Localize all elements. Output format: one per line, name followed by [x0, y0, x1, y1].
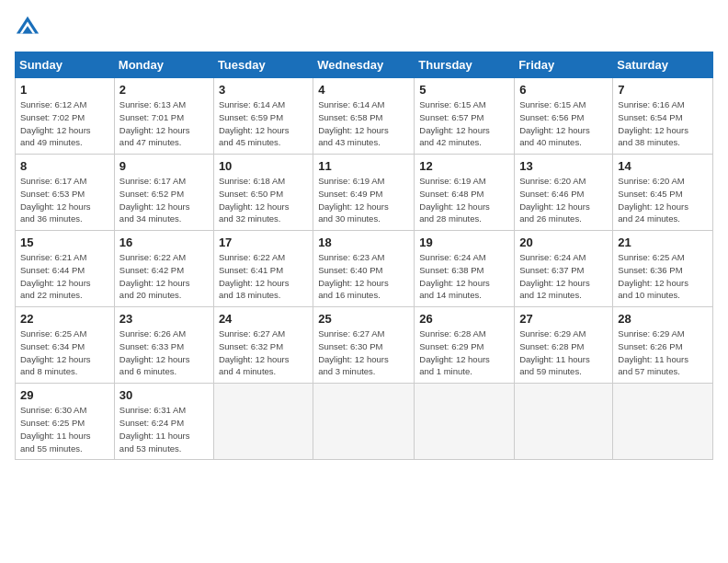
- day-info: Sunrise: 6:31 AMSunset: 6:24 PMDaylight:…: [119, 404, 209, 454]
- col-thursday: Thursday: [415, 52, 515, 78]
- calendar-day-cell: [313, 384, 415, 460]
- day-number: 4: [318, 83, 409, 97]
- day-info: Sunrise: 6:13 AMSunset: 7:01 PMDaylight:…: [119, 98, 209, 149]
- day-number: 12: [419, 159, 509, 173]
- col-tuesday: Tuesday: [213, 52, 313, 78]
- day-info: Sunrise: 6:17 AMSunset: 6:52 PMDaylight:…: [119, 175, 209, 225]
- calendar-week-row: 8Sunrise: 6:17 AMSunset: 6:53 PMDaylight…: [16, 155, 713, 231]
- page-header: [15, 15, 713, 40]
- day-number: 26: [419, 312, 509, 326]
- calendar-day-cell: 22Sunrise: 6:25 AMSunset: 6:34 PMDayligh…: [16, 307, 115, 384]
- day-info: Sunrise: 6:23 AMSunset: 6:40 PMDaylight:…: [318, 251, 409, 302]
- calendar-day-cell: 12Sunrise: 6:19 AMSunset: 6:48 PMDayligh…: [415, 155, 515, 231]
- col-monday: Monday: [114, 52, 213, 78]
- day-number: 16: [119, 236, 209, 249]
- day-number: 6: [519, 83, 608, 97]
- day-info: Sunrise: 6:21 AMSunset: 6:44 PMDaylight:…: [20, 251, 109, 302]
- day-info: Sunrise: 6:20 AMSunset: 6:46 PMDaylight:…: [519, 175, 608, 225]
- calendar-week-row: 22Sunrise: 6:25 AMSunset: 6:34 PMDayligh…: [16, 307, 713, 384]
- calendar-day-cell: 20Sunrise: 6:24 AMSunset: 6:37 PMDayligh…: [515, 231, 613, 307]
- day-info: Sunrise: 6:29 AMSunset: 6:28 PMDaylight:…: [519, 327, 608, 378]
- calendar-day-cell: 18Sunrise: 6:23 AMSunset: 6:40 PMDayligh…: [313, 231, 415, 307]
- calendar-day-cell: 23Sunrise: 6:26 AMSunset: 6:33 PMDayligh…: [114, 307, 213, 384]
- logo: [15, 15, 44, 40]
- calendar-day-cell: 2Sunrise: 6:13 AMSunset: 7:01 PMDaylight…: [114, 78, 213, 155]
- day-number: 27: [519, 312, 608, 326]
- day-number: 5: [419, 83, 509, 97]
- day-number: 13: [519, 159, 608, 173]
- day-number: 22: [20, 312, 109, 326]
- day-info: Sunrise: 6:15 AMSunset: 6:56 PMDaylight:…: [519, 98, 608, 149]
- day-info: Sunrise: 6:30 AMSunset: 6:25 PMDaylight:…: [20, 404, 109, 454]
- day-number: 1: [20, 83, 109, 97]
- day-info: Sunrise: 6:22 AMSunset: 6:41 PMDaylight:…: [219, 251, 308, 302]
- calendar-day-cell: 27Sunrise: 6:29 AMSunset: 6:28 PMDayligh…: [515, 307, 613, 384]
- day-info: Sunrise: 6:26 AMSunset: 6:33 PMDaylight:…: [119, 327, 209, 378]
- day-number: 29: [20, 388, 109, 402]
- calendar-day-cell: 7Sunrise: 6:16 AMSunset: 6:54 PMDaylight…: [613, 78, 713, 155]
- calendar-week-row: 1Sunrise: 6:12 AMSunset: 7:02 PMDaylight…: [16, 78, 713, 155]
- day-info: Sunrise: 6:27 AMSunset: 6:30 PMDaylight:…: [318, 327, 409, 378]
- calendar-day-cell: 17Sunrise: 6:22 AMSunset: 6:41 PMDayligh…: [213, 231, 313, 307]
- calendar-day-cell: 15Sunrise: 6:21 AMSunset: 6:44 PMDayligh…: [16, 231, 115, 307]
- calendar-day-cell: 13Sunrise: 6:20 AMSunset: 6:46 PMDayligh…: [515, 155, 613, 231]
- calendar-table: Sunday Monday Tuesday Wednesday Thursday…: [15, 52, 713, 460]
- day-number: 7: [618, 83, 708, 97]
- day-number: 14: [618, 159, 708, 173]
- day-info: Sunrise: 6:28 AMSunset: 6:29 PMDaylight:…: [419, 327, 509, 378]
- calendar-day-cell: 28Sunrise: 6:29 AMSunset: 6:26 PMDayligh…: [613, 307, 713, 384]
- logo-icon: [15, 15, 40, 40]
- day-number: 24: [219, 312, 308, 326]
- calendar-header-row: Sunday Monday Tuesday Wednesday Thursday…: [16, 52, 713, 78]
- col-friday: Friday: [515, 52, 613, 78]
- calendar-day-cell: 11Sunrise: 6:19 AMSunset: 6:49 PMDayligh…: [313, 155, 415, 231]
- day-number: 9: [119, 159, 209, 173]
- day-number: 10: [219, 159, 308, 173]
- calendar-week-row: 29Sunrise: 6:30 AMSunset: 6:25 PMDayligh…: [16, 384, 713, 460]
- calendar-week-row: 15Sunrise: 6:21 AMSunset: 6:44 PMDayligh…: [16, 231, 713, 307]
- day-number: 23: [119, 312, 209, 326]
- day-info: Sunrise: 6:29 AMSunset: 6:26 PMDaylight:…: [618, 327, 708, 378]
- calendar-day-cell: [415, 384, 515, 460]
- calendar-day-cell: [213, 384, 313, 460]
- day-number: 30: [119, 388, 209, 402]
- day-info: Sunrise: 6:25 AMSunset: 6:34 PMDaylight:…: [20, 327, 109, 378]
- col-saturday: Saturday: [613, 52, 713, 78]
- day-number: 18: [318, 236, 409, 249]
- calendar-day-cell: 6Sunrise: 6:15 AMSunset: 6:56 PMDaylight…: [515, 78, 613, 155]
- calendar-day-cell: 25Sunrise: 6:27 AMSunset: 6:30 PMDayligh…: [313, 307, 415, 384]
- day-number: 20: [519, 236, 608, 249]
- calendar-day-cell: 3Sunrise: 6:14 AMSunset: 6:59 PMDaylight…: [213, 78, 313, 155]
- calendar-day-cell: [613, 384, 713, 460]
- day-info: Sunrise: 6:15 AMSunset: 6:57 PMDaylight:…: [419, 98, 509, 149]
- calendar-day-cell: 21Sunrise: 6:25 AMSunset: 6:36 PMDayligh…: [613, 231, 713, 307]
- day-info: Sunrise: 6:19 AMSunset: 6:48 PMDaylight:…: [419, 175, 509, 225]
- day-number: 28: [618, 312, 708, 326]
- col-sunday: Sunday: [16, 52, 115, 78]
- day-number: 2: [119, 83, 209, 97]
- calendar-day-cell: 14Sunrise: 6:20 AMSunset: 6:45 PMDayligh…: [613, 155, 713, 231]
- day-number: 19: [419, 236, 509, 249]
- col-wednesday: Wednesday: [313, 52, 415, 78]
- day-info: Sunrise: 6:14 AMSunset: 6:58 PMDaylight:…: [318, 98, 409, 149]
- calendar-day-cell: 4Sunrise: 6:14 AMSunset: 6:58 PMDaylight…: [313, 78, 415, 155]
- day-number: 17: [219, 236, 308, 249]
- calendar-day-cell: 8Sunrise: 6:17 AMSunset: 6:53 PMDaylight…: [16, 155, 115, 231]
- calendar-day-cell: 9Sunrise: 6:17 AMSunset: 6:52 PMDaylight…: [114, 155, 213, 231]
- day-info: Sunrise: 6:24 AMSunset: 6:38 PMDaylight:…: [419, 251, 509, 302]
- day-info: Sunrise: 6:22 AMSunset: 6:42 PMDaylight:…: [119, 251, 209, 302]
- day-info: Sunrise: 6:17 AMSunset: 6:53 PMDaylight:…: [20, 175, 109, 225]
- calendar-day-cell: 19Sunrise: 6:24 AMSunset: 6:38 PMDayligh…: [415, 231, 515, 307]
- day-number: 21: [618, 236, 708, 249]
- day-info: Sunrise: 6:24 AMSunset: 6:37 PMDaylight:…: [519, 251, 608, 302]
- calendar-day-cell: 30Sunrise: 6:31 AMSunset: 6:24 PMDayligh…: [114, 384, 213, 460]
- calendar-day-cell: 5Sunrise: 6:15 AMSunset: 6:57 PMDaylight…: [415, 78, 515, 155]
- day-info: Sunrise: 6:16 AMSunset: 6:54 PMDaylight:…: [618, 98, 708, 149]
- day-info: Sunrise: 6:18 AMSunset: 6:50 PMDaylight:…: [219, 175, 308, 225]
- day-number: 25: [318, 312, 409, 326]
- calendar-day-cell: 1Sunrise: 6:12 AMSunset: 7:02 PMDaylight…: [16, 78, 115, 155]
- calendar-day-cell: [515, 384, 613, 460]
- day-info: Sunrise: 6:19 AMSunset: 6:49 PMDaylight:…: [318, 175, 409, 225]
- day-number: 8: [20, 159, 109, 173]
- calendar-day-cell: 26Sunrise: 6:28 AMSunset: 6:29 PMDayligh…: [415, 307, 515, 384]
